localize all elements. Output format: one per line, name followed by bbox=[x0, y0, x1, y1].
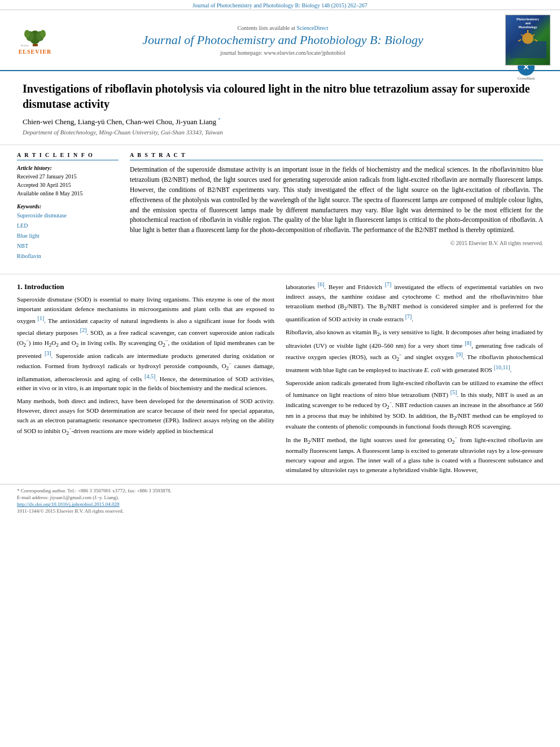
footer-issn: 1011-1344/© 2015 Elsevier B.V. All right… bbox=[17, 508, 543, 514]
abstract-column: A B S T R A C T Determination of the sup… bbox=[130, 152, 543, 267]
journal-cover-image: PhotochemistryandPhotobiology bbox=[505, 15, 550, 65]
svg-point-4 bbox=[24, 30, 30, 38]
svg-point-9 bbox=[522, 33, 533, 44]
sciencedirect-link[interactable]: ScienceDirect bbox=[296, 25, 328, 31]
main-content-section: 1. Introduction Superoxide dismutase (SO… bbox=[0, 274, 560, 484]
svg-text:Botany: Botany bbox=[21, 44, 29, 47]
cover-illustration bbox=[510, 30, 546, 58]
footer-email: E-mail address: jiyuan1@gmail.com (J.-y.… bbox=[17, 495, 543, 500]
affiliation: Department of Biotechnology, Ming-Chuan … bbox=[23, 129, 537, 136]
copyright-line: © 2015 Elsevier B.V. All rights reserved… bbox=[130, 240, 543, 246]
elsevier-logo: Botany ELSEVIER bbox=[12, 25, 58, 56]
abstract-heading: A B S T R A C T bbox=[130, 152, 543, 160]
keyword-4: NBT bbox=[17, 241, 119, 251]
article-title: Investigations of riboflavin photolysis … bbox=[23, 81, 537, 112]
svg-line-14 bbox=[535, 40, 537, 41]
elsevier-text: ELSEVIER bbox=[19, 49, 52, 55]
footer-doi: http://dx.doi.org/10.1016/j.jphotobiol.2… bbox=[17, 501, 543, 507]
right-para-2: Riboflavin, also known as vitamin B2, is… bbox=[286, 327, 543, 375]
journal-header: Botany ELSEVIER Contents lists available… bbox=[0, 10, 560, 71]
journal-cover-section: PhotochemistryandPhotobiology bbox=[502, 15, 553, 65]
svg-line-13 bbox=[518, 40, 521, 41]
article-title-section: ✕ CrossMark Investigations of riboflavin… bbox=[0, 71, 560, 145]
keyword-2: LED bbox=[17, 221, 119, 231]
page-footer: * Corresponding author. Tel.: +886 3 350… bbox=[0, 484, 560, 516]
author-3: Chan-wei Chou, bbox=[126, 117, 176, 126]
doi-link[interactable]: http://dx.doi.org/10.1016/j.jphotobiol.2… bbox=[17, 501, 120, 507]
right-para-4: In the B2/NBT method, the light sources … bbox=[286, 435, 543, 475]
article-info-abstract-section: A R T I C L E I N F O Article history: R… bbox=[0, 145, 560, 274]
journal-reference-text: Journal of Photochemistry and Photobiolo… bbox=[193, 2, 368, 8]
author-1: Chien-wei Cheng, bbox=[23, 117, 78, 126]
received-date: Received 27 January 2015 bbox=[17, 172, 119, 181]
article-info-heading: A R T I C L E I N F O bbox=[17, 152, 119, 160]
author-2: Liang-yü Chen, bbox=[78, 117, 126, 126]
accepted-date: Accepted 30 April 2015 bbox=[17, 181, 119, 189]
history-label: Article history: bbox=[17, 165, 119, 171]
journal-header-center: Contents lists available at ScienceDirec… bbox=[69, 15, 497, 65]
right-para-3: Superoxide anion radicals generated from… bbox=[286, 378, 543, 431]
available-date: Available online 8 May 2015 bbox=[17, 189, 119, 198]
introduction-para-1: Superoxide dismutase (SOD) is essential … bbox=[17, 295, 274, 393]
contents-line: Contents lists available at ScienceDirec… bbox=[237, 25, 328, 31]
elsevier-tree-icon: Botany bbox=[20, 25, 51, 47]
author-4: Ji-yuan Liang bbox=[176, 117, 216, 126]
keyword-5: Riboflavin bbox=[17, 251, 119, 261]
corresponding-author-mark: * bbox=[218, 117, 220, 123]
journal-homepage: journal homepage: www.elsevier.com/locat… bbox=[220, 50, 345, 56]
svg-line-11 bbox=[521, 34, 523, 36]
journal-reference-bar: Journal of Photochemistry and Photobiolo… bbox=[0, 0, 560, 10]
svg-point-5 bbox=[40, 30, 46, 38]
footer-corresponding-note: * Corresponding author. Tel.: +886 3 350… bbox=[17, 488, 543, 493]
svg-line-12 bbox=[532, 34, 535, 36]
right-content-column: laboratories [6]. Beyer and Fridovich [7… bbox=[286, 280, 543, 478]
coated-word: coated bbox=[442, 457, 458, 464]
svg-rect-6 bbox=[33, 44, 38, 46]
left-content-column: 1. Introduction Superoxide dismutase (SO… bbox=[17, 280, 274, 478]
right-para-1: laboratories [6]. Beyer and Fridovich [7… bbox=[286, 280, 543, 324]
keyword-1: Superoxide dismutase bbox=[17, 211, 119, 221]
elsevier-logo-section: Botany ELSEVIER bbox=[7, 15, 63, 65]
abstract-text: Determination of the superoxide dismutas… bbox=[130, 165, 543, 235]
introduction-para-2: Many methods, both direct and indirect, … bbox=[17, 396, 274, 436]
authors-line: Chien-wei Cheng, Liang-yü Chen, Chan-wei… bbox=[23, 117, 537, 126]
article-info-column: A R T I C L E I N F O Article history: R… bbox=[17, 152, 119, 267]
keywords-label: Keywords: bbox=[17, 203, 119, 209]
article-history-group: Article history: Received 27 January 201… bbox=[17, 165, 119, 198]
keywords-list: Superoxide dismutase LED Blue light NBT … bbox=[17, 211, 119, 261]
introduction-title: 1. Introduction bbox=[17, 282, 274, 291]
keywords-group: Keywords: Superoxide dismutase LED Blue … bbox=[17, 203, 119, 261]
journal-title: Journal of Photochemistry and Photobiolo… bbox=[142, 33, 423, 47]
keyword-3: Blue light bbox=[17, 231, 119, 241]
